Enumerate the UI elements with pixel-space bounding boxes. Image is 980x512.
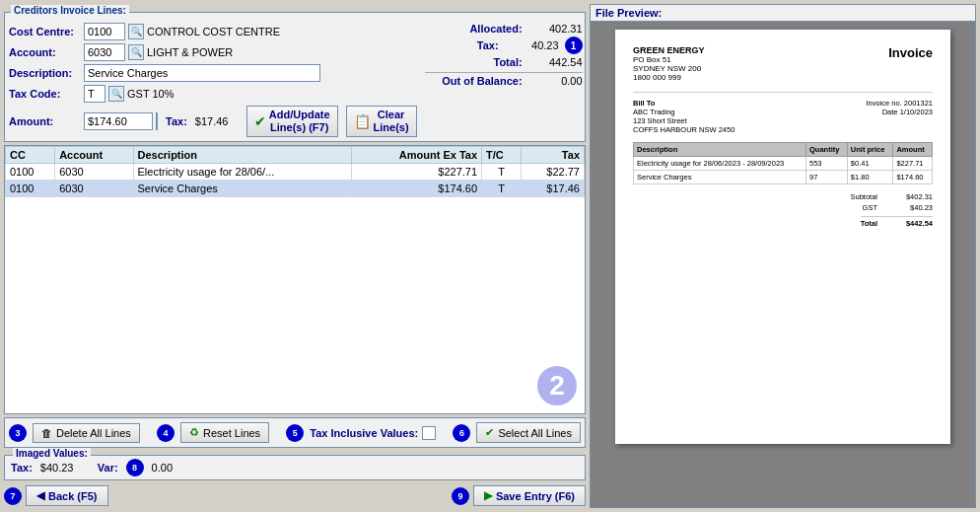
invoice-document: GREEN ENERGY PO Box 51 SYDNEY NSW 200 18… xyxy=(615,30,950,444)
inv-cell-qty: 97 xyxy=(805,171,847,184)
amount-input[interactable] xyxy=(84,112,153,130)
badge-6: 6 xyxy=(453,424,470,442)
clear-lines-button[interactable]: 📋 ClearLine(s) xyxy=(346,106,417,137)
cell-account: 6030 xyxy=(55,181,133,197)
badge-8: 8 xyxy=(126,459,144,476)
inv-cell-amount: $174.60 xyxy=(893,171,933,184)
inv-total-label: Total xyxy=(861,219,877,228)
inv-company-addr1: PO Box 51 xyxy=(633,55,705,64)
col-amount-ex-tax: Amount Ex Tax xyxy=(351,147,481,164)
imaged-var-label: Var: xyxy=(98,462,118,474)
check-icon: ✔ xyxy=(485,426,494,439)
inv-cell-desc: Electricity usage for 28/06/2023 - 28/09… xyxy=(634,157,806,171)
inv-gst-label: GST xyxy=(863,203,877,212)
cell-account: 6030 xyxy=(55,164,133,181)
badge-7: 7 xyxy=(4,487,22,505)
inv-subtotal-value: $402.31 xyxy=(893,192,933,201)
inv-line-table: Description Quantity Unit price Amount E… xyxy=(633,142,933,184)
imaged-tax-label: Tax: xyxy=(11,462,33,474)
total-label: Total: xyxy=(493,56,522,68)
inv-gst-value: $40.23 xyxy=(893,203,933,212)
cell-tc: T xyxy=(482,181,522,197)
inv-bill-to-name: ABC Trading xyxy=(633,108,735,116)
cell-tax: $17.46 xyxy=(522,181,585,197)
account-label: Account: xyxy=(9,46,80,58)
inv-total-value: $442.54 xyxy=(893,219,933,228)
reset-lines-label: Reset Lines xyxy=(203,427,260,439)
inv-cell-unit: $1.80 xyxy=(847,171,893,184)
inv-cell-unit: $0.41 xyxy=(847,157,893,171)
description-input[interactable] xyxy=(84,64,320,82)
tax-inclusive-checkbox[interactable] xyxy=(422,426,436,440)
back-label: Back (F5) xyxy=(48,490,98,502)
tax-inline-value: $17.46 xyxy=(195,115,235,127)
cell-tc: T xyxy=(482,164,522,181)
account-search-icon[interactable]: 🔍 xyxy=(128,44,144,60)
col-cc: CC xyxy=(6,147,55,164)
reset-lines-button[interactable]: ♻ Reset Lines xyxy=(180,422,269,443)
badge-3: 3 xyxy=(9,424,27,442)
tax-summary-value: 40.23 xyxy=(505,39,559,51)
section-title: Creditors Invoice Lines: xyxy=(11,5,129,16)
cell-amount: $174.60 xyxy=(351,181,481,197)
badge-2: 2 xyxy=(537,366,577,405)
inv-bill-to-label: Bill To xyxy=(633,99,735,108)
tax-summary-label: Tax: xyxy=(477,39,499,51)
save-entry-button[interactable]: ▶ Save Entry (F6) xyxy=(473,485,586,506)
delete-all-label: Delete All Lines xyxy=(56,427,131,439)
save-entry-label: Save Entry (F6) xyxy=(496,490,575,502)
inv-company-name: GREEN ENERGY xyxy=(633,45,705,55)
total-value: 442.54 xyxy=(528,56,583,68)
cell-amount: $227.71 xyxy=(351,164,481,181)
select-all-label: Select All Lines xyxy=(498,427,572,439)
inv-col-qty: Quantity xyxy=(805,143,847,157)
inv-subtotal-label: Subtotal xyxy=(850,192,877,201)
invoice-lines-table: CC Account Description Amount Ex Tax T/C… xyxy=(5,146,585,197)
tax-code-search-icon[interactable]: 🔍 xyxy=(108,86,124,102)
cell-description: Electricity usage for 28/06/... xyxy=(133,164,351,181)
col-tc: T/C xyxy=(482,147,522,164)
tax-code-label: Tax Code: xyxy=(9,88,80,100)
table-row[interactable]: 0100 6030 Service Charges $174.60 T $17.… xyxy=(6,181,585,197)
badge-9: 9 xyxy=(452,487,469,505)
cell-tax: $22.77 xyxy=(522,164,585,181)
inv-bill-to-addr1: 123 Short Street xyxy=(633,116,735,125)
inv-cell-qty: 553 xyxy=(805,157,847,171)
badge-4: 4 xyxy=(157,424,175,442)
add-update-button[interactable]: ✔ Add/UpdateLine(s) (F7) xyxy=(246,106,338,137)
cost-centre-input[interactable] xyxy=(84,23,125,40)
account-input[interactable] xyxy=(84,43,125,61)
cell-cc: 0100 xyxy=(6,164,55,181)
badge-5: 5 xyxy=(286,424,304,442)
tax-code-name: GST 10% xyxy=(127,88,175,100)
inv-date-label: Date xyxy=(882,108,898,116)
cost-centre-name: CONTROL COST CENTRE xyxy=(147,26,280,37)
col-description: Description xyxy=(133,147,351,164)
list-item: Service Charges 97 $1.80 $174.60 xyxy=(634,171,933,184)
description-label: Description: xyxy=(9,67,80,79)
list-item: Electricity usage for 28/06/2023 - 28/09… xyxy=(634,157,933,171)
inv-date-value: 1/10/2023 xyxy=(900,108,933,116)
col-account: Account xyxy=(55,147,133,164)
imaged-tax-value: $40.23 xyxy=(40,462,90,474)
back-button[interactable]: ◀ Back (F5) xyxy=(26,485,108,506)
table-row[interactable]: 0100 6030 Electricity usage for 28/06/..… xyxy=(6,164,585,181)
cell-cc: 0100 xyxy=(6,181,55,197)
cell-description: Service Charges xyxy=(133,181,351,197)
inv-totals: Subtotal $402.31 GST $40.23 Total $442.5… xyxy=(633,192,933,228)
inv-col-desc: Description xyxy=(634,143,806,157)
out-of-balance-label: Out of Balance: xyxy=(442,75,522,87)
inv-col-unit: Unit price xyxy=(847,143,893,157)
allocated-value: 402.31 xyxy=(528,23,583,35)
tax-code-input[interactable] xyxy=(84,85,105,103)
checkmark-icon: ✔ xyxy=(254,113,266,129)
delete-all-lines-button[interactable]: 🗑 Delete All Lines xyxy=(33,423,140,443)
tax-inline-label: Tax: xyxy=(166,115,187,127)
file-preview-area: GREEN ENERGY PO Box 51 SYDNEY NSW 200 18… xyxy=(591,22,975,507)
cost-centre-search-icon[interactable]: 🔍 xyxy=(128,24,144,39)
select-all-lines-button[interactable]: ✔ Select All Lines xyxy=(476,422,581,443)
col-tax: Tax xyxy=(522,147,585,164)
inv-cell-desc: Service Charges xyxy=(634,171,806,184)
amount-label: Amount: xyxy=(9,115,80,127)
inv-invoice-no: 2001321 xyxy=(904,99,933,108)
